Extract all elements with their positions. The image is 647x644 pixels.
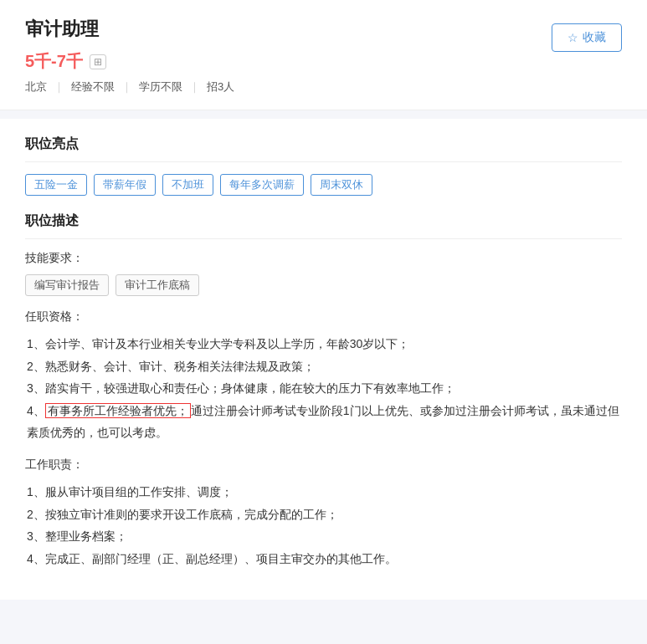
salary-row: 5千-7千 ⊞ [25,50,622,73]
star-icon: ☆ [567,31,578,44]
skill-tags-row: 编写审计报告 审计工作底稿 [25,274,622,296]
duty-item-1: 2、按独立审计准则的要求开设工作底稿，完成分配的工作； [25,503,622,526]
skills-label: 技能要求： [25,251,622,266]
qual-item-3-prefix: 4、 [27,404,45,417]
highlight-tag-1: 带薪年假 [94,174,156,196]
duties-label: 工作职责： [25,457,622,473]
qual-item-0: 1、会计学、审计及本行业相关专业大学专科及以上学历，年龄30岁以下； [25,333,622,355]
highlights-section: 职位亮点 五险一金 带薪年假 不加班 每年多次调薪 周末双休 [25,135,622,196]
duty-item-3: 4、完成正、副部门经理（正、副总经理）、项目主审交办的其他工作。 [25,548,622,570]
description-title: 职位描述 [25,212,622,239]
highlights-title: 职位亮点 [25,135,622,162]
duty-item-0: 1、服从审计项目组的工作安排、调度； [25,481,622,503]
qualifications-label: 任职资格： [25,309,622,325]
duties-list: 1、服从审计项目组的工作安排、调度； 2、按独立审计准则的要求开设工作底稿，完成… [25,481,622,570]
description-section: 职位描述 技能要求： 编写审计报告 审计工作底稿 任职资格： 1、会计学、审计及… [25,212,622,570]
main-content: 职位亮点 五险一金 带薪年假 不加班 每年多次调薪 周末双休 职位描述 技能要求… [0,119,647,600]
meta-experience: 经验不限 [71,79,115,95]
skill-tag-1: 审计工作底稿 [116,274,199,296]
job-title: 审计助理 [25,17,622,42]
highlights-tags-row: 五险一金 带薪年假 不加班 每年多次调薪 周末双休 [25,174,622,196]
qualifications-list: 1、会计学、审计及本行业相关专业大学专科及以上学历，年龄30岁以下； 2、熟悉财… [25,333,622,444]
header-section: 审计助理 5千-7千 ⊞ 北京 ｜ 经验不限 ｜ 学历不限 ｜ 招3人 ☆ 收藏 [0,0,647,110]
duty-item-2: 3、整理业务档案； [25,525,622,548]
collect-label: 收藏 [583,30,606,45]
meta-row: 北京 ｜ 经验不限 ｜ 学历不限 ｜ 招3人 [25,79,622,95]
page-container: 审计助理 5千-7千 ⊞ 北京 ｜ 经验不限 ｜ 学历不限 ｜ 招3人 ☆ 收藏… [0,0,647,644]
meta-divider-3: ｜ [189,79,200,95]
meta-headcount: 招3人 [207,79,234,95]
meta-divider-2: ｜ [121,79,132,95]
qual-item-1: 2、熟悉财务、会计、审计、税务相关法律法规及政策； [25,355,622,378]
qual-item-2: 3、踏实肯干，较强进取心和责任心；身体健康，能在较大的压力下有效率地工作； [25,377,622,400]
highlight-tag-0: 五险一金 [25,174,87,196]
skill-tag-0: 编写审计报告 [25,274,109,296]
highlight-tag-2: 不加班 [162,174,213,196]
qual-item-3-highlighted: 有事务所工作经验者优先； [45,403,191,418]
salary-text: 5千-7千 [25,50,83,73]
meta-education: 学历不限 [139,79,182,95]
highlight-tag-4: 周末双休 [311,174,372,196]
meta-divider-1: ｜ [54,79,64,95]
salary-icon[interactable]: ⊞ [90,54,106,69]
meta-location: 北京 [25,79,47,95]
qual-item-3: 4、有事务所工作经验者优先；通过注册会计师考试专业阶段1门以上优先、或参加过注册… [25,400,622,444]
collect-button[interactable]: ☆ 收藏 [552,23,622,52]
highlight-tag-3: 每年多次调薪 [220,174,304,196]
